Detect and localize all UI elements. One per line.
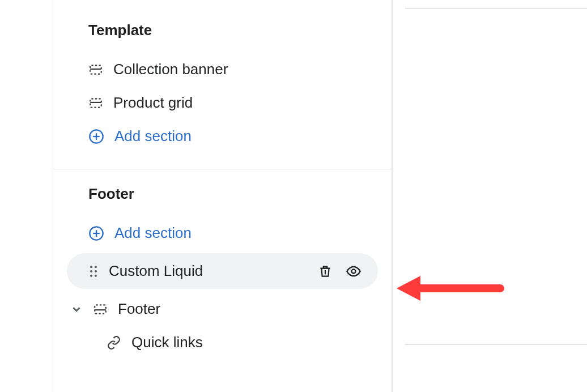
plus-circle-icon	[88, 129, 104, 144]
section-icon	[88, 96, 103, 110]
add-section-template[interactable]: Add section	[53, 120, 392, 153]
svg-point-13	[95, 270, 97, 272]
group-heading-template: Template	[53, 22, 392, 53]
trash-icon[interactable]	[318, 263, 333, 279]
svg-point-17	[352, 269, 356, 273]
editor-canvas: Template Collection banner Pr	[0, 0, 587, 392]
svg-point-12	[90, 270, 92, 272]
svg-point-10	[90, 266, 92, 268]
section-item-collection-banner[interactable]: Collection banner	[53, 53, 392, 86]
section-icon	[88, 62, 103, 77]
preview-frame	[405, 8, 587, 345]
group-footer: Footer Add section	[53, 169, 392, 375]
section-label: Collection banner	[113, 61, 228, 78]
plus-circle-icon	[88, 225, 104, 241]
drag-handle-icon[interactable]	[88, 264, 99, 279]
section-item-product-grid[interactable]: Product grid	[53, 86, 392, 120]
group-heading-footer: Footer	[53, 185, 392, 216]
svg-point-14	[90, 275, 92, 277]
section-icon	[93, 302, 108, 317]
section-label: Footer	[118, 300, 160, 318]
section-label: Product grid	[113, 94, 193, 112]
add-section-label: Add section	[114, 127, 192, 145]
block-item-quick-links[interactable]: Quick links	[53, 326, 392, 359]
row-actions	[318, 263, 362, 279]
section-label: Custom Liquid	[109, 262, 203, 280]
section-item-custom-liquid[interactable]: Custom Liquid	[67, 253, 378, 289]
svg-point-11	[95, 266, 97, 268]
section-item-footer[interactable]: Footer	[53, 292, 392, 326]
svg-point-15	[95, 275, 97, 277]
chevron-down-icon[interactable]	[70, 303, 83, 316]
add-section-label: Add section	[114, 224, 192, 242]
link-icon	[107, 335, 121, 350]
group-template: Template Collection banner Pr	[53, 0, 392, 169]
add-section-footer[interactable]: Add section	[53, 216, 392, 250]
eye-icon[interactable]	[345, 263, 362, 279]
preview-area	[405, 0, 587, 392]
sections-sidebar: Template Collection banner Pr	[53, 0, 393, 392]
block-label: Quick links	[131, 334, 203, 351]
